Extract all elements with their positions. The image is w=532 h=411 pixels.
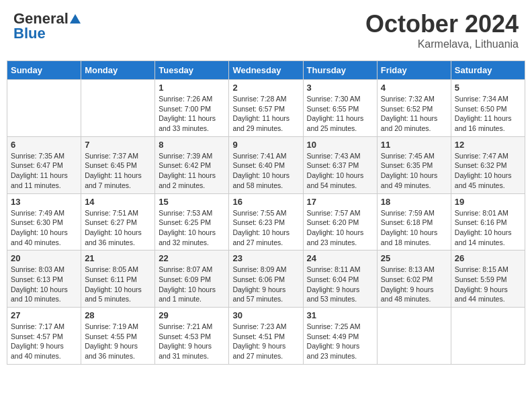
calendar-cell: 5 Sunrise: 7:34 AM Sunset: 6:50 PM Dayli… xyxy=(451,80,525,137)
daylight-text: Daylight: 11 hours and 16 minutes. xyxy=(455,114,512,132)
day-number: 19 xyxy=(455,197,521,207)
sunset-text: Sunset: 6:32 PM xyxy=(455,161,507,169)
daylight-text: Daylight: 10 hours and 54 minutes. xyxy=(307,171,364,189)
sunrise-text: Sunrise: 8:15 AM xyxy=(455,265,508,273)
calendar-cell: 28 Sunrise: 7:19 AM Sunset: 4:55 PM Dayl… xyxy=(81,308,155,365)
day-info: Sunrise: 8:11 AM Sunset: 6:04 PM Dayligh… xyxy=(307,265,373,304)
sunrise-text: Sunrise: 7:28 AM xyxy=(232,95,286,103)
sunset-text: Sunset: 6:55 PM xyxy=(307,105,359,113)
day-info: Sunrise: 7:41 AM Sunset: 6:40 PM Dayligh… xyxy=(232,151,299,191)
daylight-text: Daylight: 11 hours and 33 minutes. xyxy=(159,114,216,132)
daylight-text: Daylight: 9 hours and 40 minutes. xyxy=(11,342,64,360)
day-info: Sunrise: 8:13 AM Sunset: 6:02 PM Dayligh… xyxy=(381,265,447,304)
logo-triangle-icon xyxy=(70,14,81,24)
sunrise-text: Sunrise: 8:07 AM xyxy=(159,265,212,273)
daylight-text: Daylight: 9 hours and 27 minutes. xyxy=(232,342,285,360)
sunrise-text: Sunrise: 7:23 AM xyxy=(232,322,286,330)
calendar-cell xyxy=(451,308,525,365)
day-number: 13 xyxy=(11,197,77,207)
daylight-text: Daylight: 11 hours and 25 minutes. xyxy=(307,114,364,132)
sunset-text: Sunset: 6:52 PM xyxy=(381,105,433,113)
sunrise-text: Sunrise: 7:39 AM xyxy=(159,152,212,160)
calendar-cell: 19 Sunrise: 8:01 AM Sunset: 6:16 PM Dayl… xyxy=(451,193,525,250)
calendar-cell: 31 Sunrise: 7:25 AM Sunset: 4:49 PM Dayl… xyxy=(303,308,377,365)
day-of-week-header: Saturday xyxy=(451,61,525,80)
day-info: Sunrise: 7:57 AM Sunset: 6:20 PM Dayligh… xyxy=(307,208,373,248)
daylight-text: Daylight: 9 hours and 36 minutes. xyxy=(85,342,138,360)
calendar-cell: 29 Sunrise: 7:21 AM Sunset: 4:53 PM Dayl… xyxy=(155,308,229,365)
day-number: 16 xyxy=(232,197,299,207)
sunrise-text: Sunrise: 8:11 AM xyxy=(307,265,361,273)
daylight-text: Daylight: 10 hours and 10 minutes. xyxy=(11,285,68,304)
daylight-text: Daylight: 10 hours and 18 minutes. xyxy=(381,228,438,246)
day-number: 8 xyxy=(159,140,225,150)
calendar-week-row: 20 Sunrise: 8:03 AM Sunset: 6:13 PM Dayl… xyxy=(7,250,525,308)
day-number: 29 xyxy=(159,310,225,320)
calendar-cell: 12 Sunrise: 7:47 AM Sunset: 6:32 PM Dayl… xyxy=(451,136,525,193)
daylight-text: Daylight: 9 hours and 23 minutes. xyxy=(307,342,360,360)
daylight-text: Daylight: 9 hours and 57 minutes. xyxy=(232,285,285,304)
page-header: General Blue October 2024 Karmelava, Lit… xyxy=(7,7,525,54)
day-number: 27 xyxy=(11,310,77,320)
location: Karmelava, Lithuania xyxy=(365,38,519,50)
calendar-cell xyxy=(7,80,81,137)
sunrise-text: Sunrise: 7:47 AM xyxy=(455,152,508,160)
sunset-text: Sunset: 4:51 PM xyxy=(232,332,285,340)
calendar-cell: 6 Sunrise: 7:35 AM Sunset: 6:47 PM Dayli… xyxy=(7,136,81,193)
day-info: Sunrise: 7:49 AM Sunset: 6:30 PM Dayligh… xyxy=(11,208,77,248)
sunset-text: Sunset: 6:18 PM xyxy=(381,218,433,226)
calendar-cell: 26 Sunrise: 8:15 AM Sunset: 5:59 PM Dayl… xyxy=(451,250,525,308)
month-title: October 2024 xyxy=(365,10,519,38)
sunrise-text: Sunrise: 8:05 AM xyxy=(85,265,138,273)
sunset-text: Sunset: 6:23 PM xyxy=(232,218,285,226)
calendar-cell: 2 Sunrise: 7:28 AM Sunset: 6:57 PM Dayli… xyxy=(229,80,303,137)
daylight-text: Daylight: 10 hours and 49 minutes. xyxy=(381,171,438,189)
day-number: 7 xyxy=(85,140,151,150)
daylight-text: Daylight: 10 hours and 40 minutes. xyxy=(11,228,68,246)
sunrise-text: Sunrise: 7:53 AM xyxy=(159,209,212,217)
day-number: 3 xyxy=(307,83,373,93)
daylight-text: Daylight: 10 hours and 58 minutes. xyxy=(232,171,290,189)
sunrise-text: Sunrise: 8:01 AM xyxy=(455,209,508,217)
day-info: Sunrise: 7:59 AM Sunset: 6:18 PM Dayligh… xyxy=(381,208,447,248)
day-number: 23 xyxy=(232,253,299,263)
day-number: 17 xyxy=(307,197,373,207)
sunset-text: Sunset: 5:59 PM xyxy=(455,275,507,283)
day-info: Sunrise: 7:43 AM Sunset: 6:37 PM Dayligh… xyxy=(307,151,373,191)
sunset-text: Sunset: 4:49 PM xyxy=(307,332,359,340)
day-number: 15 xyxy=(159,197,225,207)
calendar-cell xyxy=(377,308,451,365)
day-number: 20 xyxy=(11,253,77,263)
day-number: 6 xyxy=(11,140,77,150)
daylight-text: Daylight: 10 hours and 23 minutes. xyxy=(307,228,364,246)
daylight-text: Daylight: 10 hours and 36 minutes. xyxy=(85,228,142,246)
sunset-text: Sunset: 6:25 PM xyxy=(159,218,211,226)
day-number: 22 xyxy=(159,253,225,263)
daylight-text: Daylight: 9 hours and 53 minutes. xyxy=(307,285,360,304)
calendar-cell: 7 Sunrise: 7:37 AM Sunset: 6:45 PM Dayli… xyxy=(81,136,155,193)
day-info: Sunrise: 7:19 AM Sunset: 4:55 PM Dayligh… xyxy=(85,322,151,361)
daylight-text: Daylight: 10 hours and 5 minutes. xyxy=(85,285,142,304)
day-info: Sunrise: 7:32 AM Sunset: 6:52 PM Dayligh… xyxy=(381,94,447,134)
daylight-text: Daylight: 11 hours and 2 minutes. xyxy=(159,171,216,189)
calendar-cell: 4 Sunrise: 7:32 AM Sunset: 6:52 PM Dayli… xyxy=(377,80,451,137)
calendar-cell: 13 Sunrise: 7:49 AM Sunset: 6:30 PM Dayl… xyxy=(7,193,81,250)
day-of-week-header: Monday xyxy=(81,61,155,80)
day-info: Sunrise: 7:28 AM Sunset: 6:57 PM Dayligh… xyxy=(232,94,299,134)
sunrise-text: Sunrise: 7:51 AM xyxy=(85,209,138,217)
day-number: 28 xyxy=(85,310,151,320)
daylight-text: Daylight: 9 hours and 48 minutes. xyxy=(381,285,434,304)
sunrise-text: Sunrise: 7:19 AM xyxy=(85,322,138,330)
sunset-text: Sunset: 6:13 PM xyxy=(11,275,63,283)
day-of-week-header: Thursday xyxy=(303,61,377,80)
day-info: Sunrise: 7:21 AM Sunset: 4:53 PM Dayligh… xyxy=(159,322,225,361)
sunset-text: Sunset: 6:57 PM xyxy=(232,105,285,113)
sunrise-text: Sunrise: 7:21 AM xyxy=(159,322,212,330)
day-info: Sunrise: 7:25 AM Sunset: 4:49 PM Dayligh… xyxy=(307,322,373,361)
day-of-week-header: Wednesday xyxy=(229,61,303,80)
day-number: 25 xyxy=(381,253,447,263)
calendar-cell: 11 Sunrise: 7:45 AM Sunset: 6:35 PM Dayl… xyxy=(377,136,451,193)
day-number: 1 xyxy=(159,83,225,93)
sunset-text: Sunset: 6:16 PM xyxy=(455,218,507,226)
day-info: Sunrise: 7:51 AM Sunset: 6:27 PM Dayligh… xyxy=(85,208,151,248)
